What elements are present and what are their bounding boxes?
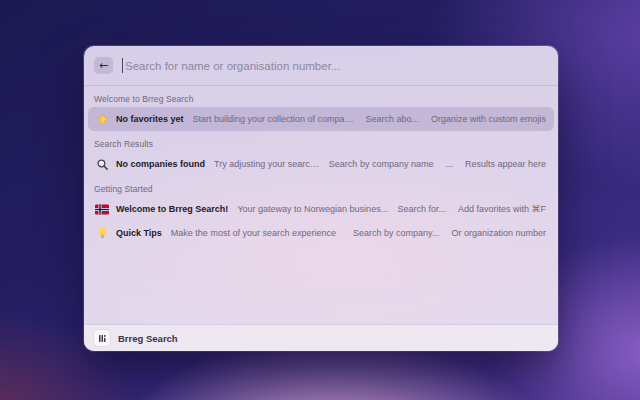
accessory-text: Search by company... (353, 228, 439, 238)
list-item-accessories: Search by company name ... Results appea… (329, 159, 546, 169)
list-item-accessories: Search for... Add favorites with ⌘F (397, 204, 546, 214)
arrow-left-icon: ← (99, 58, 108, 74)
list-item-title: Welcome to Brreg Search! (116, 204, 228, 214)
accessory-text: Search abo... (365, 114, 419, 124)
launcher-window: ← Welcome to Brreg Search No favorites y… (84, 46, 558, 351)
results-list: Welcome to Brreg Search No favorites yet… (84, 86, 558, 324)
list-item-quick-tips[interactable]: Quick Tips Make the most of your search … (88, 221, 554, 245)
search-input[interactable] (125, 60, 548, 72)
list-item-accessories: Search by company... Or organization num… (353, 228, 546, 238)
list-item-subtitle: Start building your collection of compan… (193, 114, 357, 124)
accessory-text: Search by company name (329, 159, 434, 169)
norway-flag-icon (95, 202, 109, 216)
list-item-no-favorites[interactable]: No favorites yet Start building your col… (88, 107, 554, 131)
star-icon (95, 112, 109, 126)
accessory-text: Search for... (397, 204, 446, 214)
list-item-subtitle: Your gateway to Norwegian busines... (237, 204, 388, 214)
accessory-text: Organize with custom emojis (431, 114, 546, 124)
list-item-subtitle: Try adjusting your search terms (214, 159, 320, 169)
brreg-logo-icon (94, 330, 110, 346)
list-item-no-companies[interactable]: No companies found Try adjusting your se… (88, 152, 554, 176)
text-caret (122, 58, 123, 73)
accessory-text: Or organization number (451, 228, 546, 238)
section-header: Search Results (88, 131, 554, 152)
accessory-text: Results appear here (465, 159, 546, 169)
list-item-title: No companies found (116, 159, 205, 169)
list-item-subtitle: Make the most of your search experience (171, 228, 336, 238)
list-item-accessories: Search abo... Organize with custom emoji… (365, 114, 546, 124)
section-header: Welcome to Brreg Search (88, 86, 554, 107)
back-button[interactable]: ← (94, 57, 113, 74)
app-name: Brreg Search (118, 333, 178, 344)
magnifier-icon (95, 157, 109, 171)
list-item-title: Quick Tips (116, 228, 162, 238)
accessory-text: Add favorites with ⌘F (458, 204, 546, 214)
search-bar: ← (84, 46, 558, 86)
section-header: Getting Started (88, 176, 554, 197)
list-item-title: No favorites yet (116, 114, 184, 124)
accessory-text: ... (445, 159, 453, 169)
lightbulb-icon (95, 226, 109, 240)
status-bar: Brreg Search (84, 324, 558, 351)
desktop: { "window": { "search_bar": { "placehold… (0, 0, 640, 400)
list-item-welcome[interactable]: Welcome to Brreg Search! Your gateway to… (88, 197, 554, 221)
